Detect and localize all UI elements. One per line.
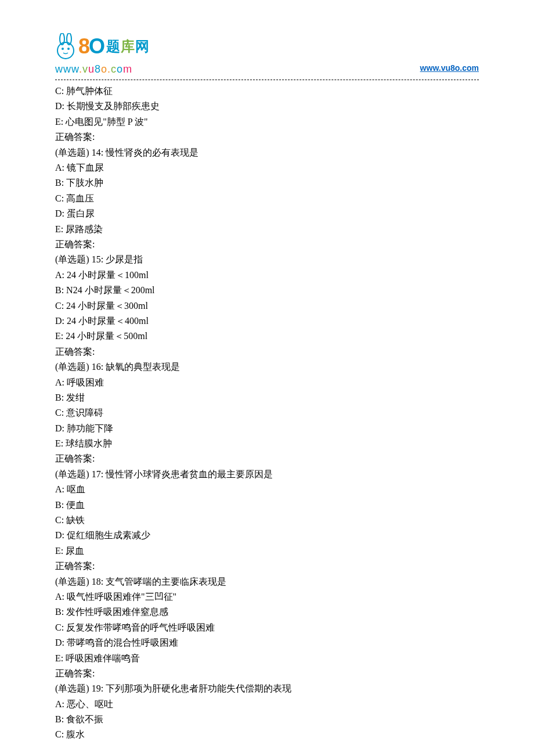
content-line: D: 24 小时尿量＜400ml xyxy=(55,314,479,329)
content-line: A: 24 小时尿量＜100ml xyxy=(55,268,479,283)
content-line: E: 尿路感染 xyxy=(55,222,479,237)
logo-bunny-icon xyxy=(55,33,77,60)
header-divider xyxy=(55,80,479,80)
content-line: B: 发作性呼吸困难伴窒息感 xyxy=(55,604,479,620)
content-line: (单选题) 16: 缺氧的典型表现是 xyxy=(55,359,479,375)
svg-point-3 xyxy=(62,48,64,50)
content-line: A: 呼吸困难 xyxy=(55,375,479,390)
content-line: (单选题) 15: 少尿是指 xyxy=(55,252,479,267)
content-line: 正确答案: xyxy=(55,559,479,574)
svg-point-4 xyxy=(67,48,70,50)
content-line: A: 恶心、呕吐 xyxy=(55,697,479,712)
logo-url-text: www.vu8o.com xyxy=(55,61,132,78)
logo-top-row: 8O 题库网 xyxy=(55,29,150,63)
content-line: C: 腹水 xyxy=(55,727,479,742)
content-line: B: N24 小时尿量＜200ml xyxy=(55,283,479,298)
content-line: D: 蛋白尿 xyxy=(55,206,479,221)
content-line: 正确答案: xyxy=(55,237,479,252)
content-line: C: 反复发作带哮鸣音的呼气性呼吸困难 xyxy=(55,620,479,635)
content-line: C: 意识障碍 xyxy=(55,405,479,420)
content-line: C: 肺气肿体征 xyxy=(55,84,479,99)
content-line: 正确答案: xyxy=(55,451,479,466)
content-line: E: 心电图见"肺型 P 波" xyxy=(55,114,479,129)
logo-chinese-text: 题库网 xyxy=(106,35,150,58)
content-line: A: 呕血 xyxy=(55,482,479,497)
content-line: B: 下肢水肿 xyxy=(55,175,479,190)
svg-point-2 xyxy=(57,42,74,59)
content-line: 正确答案: xyxy=(55,129,479,145)
content-line: (单选题) 18: 支气管哮喘的主要临床表现是 xyxy=(55,574,479,589)
content-line: D: 带哮鸣音的混合性呼吸困难 xyxy=(55,635,479,650)
content-line: D: 肺功能下降 xyxy=(55,421,479,436)
content-line: C: 高血压 xyxy=(55,191,479,206)
content-line: 正确答案: xyxy=(55,344,479,359)
header-website-link[interactable]: www.vu8o.com xyxy=(420,62,479,75)
content-line: C: 缺铁 xyxy=(55,513,479,528)
content-line: (单选题) 14: 慢性肾炎的必有表现是 xyxy=(55,145,479,160)
content-line: (单选题) 17: 慢性肾小球肾炎患者贫血的最主要原因是 xyxy=(55,467,479,482)
content-line: 正确答案: xyxy=(55,666,479,681)
site-logo: 8O 题库网 www.vu8o.com xyxy=(55,29,150,78)
content-line: (单选题) 19: 下列那项为肝硬化患者肝功能失代偿期的表现 xyxy=(55,681,479,696)
content-line: E: 24 小时尿量＜500ml xyxy=(55,329,479,344)
content-line: D: 促红细胞生成素减少 xyxy=(55,528,479,543)
content-line: C: 24 小时尿量＜300ml xyxy=(55,298,479,314)
document-content: C: 肺气肿体征 D: 长期慢支及肺部疾患史 E: 心电图见"肺型 P 波" 正… xyxy=(55,84,479,743)
page-header: 8O 题库网 www.vu8o.com www.vu8o.com xyxy=(55,29,479,78)
content-line: E: 呼吸困难伴喘鸣音 xyxy=(55,651,479,666)
content-line: B: 食欲不振 xyxy=(55,712,479,727)
content-line: B: 便血 xyxy=(55,498,479,513)
logo-8o-text: 8O xyxy=(78,29,104,63)
content-line: A: 镜下血尿 xyxy=(55,160,479,175)
content-line: E: 尿血 xyxy=(55,543,479,559)
content-line: D: 长期慢支及肺部疾患史 xyxy=(55,99,479,114)
content-line: A: 吸气性呼吸困难伴"三凹征" xyxy=(55,589,479,604)
content-line: B: 发绀 xyxy=(55,390,479,405)
content-line: E: 球结膜水肿 xyxy=(55,436,479,451)
